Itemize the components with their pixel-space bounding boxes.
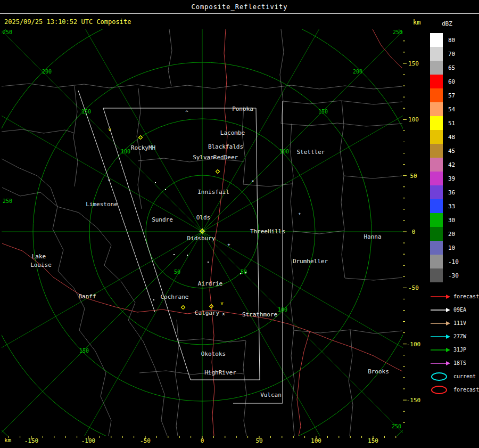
legend-item: 27ZW (430, 330, 479, 343)
bottom-axis-tick-label: 150 (368, 437, 378, 444)
bottom-axis-tick-label: -50 (140, 437, 151, 444)
city-label: Calgary (195, 309, 220, 316)
colorbar-swatch (430, 268, 443, 282)
range-ring-label: 250 (393, 29, 402, 35)
range-ring-label: 50 (241, 269, 247, 275)
city-label: Ponoka (232, 105, 253, 112)
bottom-axis-tick-label: 0 (201, 437, 204, 444)
colorbar-entry: 70 (430, 47, 459, 61)
right-axis-tick-label: 50 (410, 173, 417, 180)
timestamp-label: 2025/09/25 13:10:52 UTC Composite (4, 18, 131, 26)
legend-item: forecast (430, 290, 479, 303)
city-label: Louise (30, 262, 52, 268)
v-marker: v (220, 300, 223, 306)
colorbar-entry: 54 (430, 102, 459, 116)
range-ring-label: 250 (3, 198, 12, 204)
town-dot-marker (174, 254, 175, 255)
colorbar-entry: 42 (430, 158, 459, 172)
city-label: Airdrie (198, 280, 222, 287)
legend-arrow-icon (430, 332, 451, 341)
colorbar-value: 54 (448, 106, 455, 113)
colorbar-value: 45 (448, 148, 455, 154)
plus-marker: + (227, 242, 230, 247)
colorbar-value: 30 (448, 217, 455, 224)
colorbar-swatch (430, 185, 443, 199)
range-ring-label: 150 (79, 348, 89, 354)
legend-arrow-icon (430, 292, 451, 302)
colorbar-swatch (430, 227, 443, 241)
city-label: Hanna (364, 233, 381, 240)
legend-label: 31JP (453, 347, 466, 353)
town-dot-marker (153, 299, 154, 300)
colorbar-entry: 48 (430, 130, 459, 144)
colorbar-swatch (430, 144, 443, 158)
range-ring-label: 150 (81, 109, 91, 115)
colorbar-entry: 51 (430, 116, 459, 130)
colorbar-value: 65 (448, 64, 455, 71)
right-axis-unit-label: km (413, 19, 420, 26)
town-dot-marker (208, 262, 209, 263)
city-label: Blackfalds (208, 143, 243, 150)
city-diamond-marker (216, 170, 220, 174)
range-ring-label: 150 (318, 109, 328, 115)
city-label: ThreeHills (250, 228, 285, 235)
city-label: Didsbury (187, 235, 216, 242)
legend-item: forecast (430, 383, 479, 396)
right-axis-tick-label: 150 (408, 60, 419, 67)
legend-label: forecast (453, 294, 479, 299)
range-ring (0, 0, 479, 448)
radar-map[interactable]: 2502001501001001502002502501505050100250… (0, 0, 479, 448)
colorbar-entry: 65 (430, 61, 459, 75)
star-marker: * (108, 178, 110, 184)
legend-item: 09EA (430, 303, 479, 316)
legend-item: current (430, 370, 479, 383)
range-ring-label: 100 (278, 307, 287, 313)
city-labels: PonokaLacombeBlackfaldsSylvanRedDeerStet… (30, 105, 389, 398)
legend-arrow-icon (430, 305, 451, 315)
city-label: Lacombe (220, 129, 245, 136)
legend-arrow-icon (430, 359, 451, 368)
colorbar-entry: 39 (430, 172, 459, 185)
colorbar-value: 36 (448, 189, 455, 196)
city-label: HighRiver (204, 369, 236, 376)
town-dot-marker (187, 255, 188, 256)
colorbar-swatch (430, 158, 443, 172)
legend-arrow-icon (430, 345, 451, 355)
legend-ellipse-icon (430, 372, 451, 381)
city-label: Banff (78, 293, 96, 300)
range-ring-label: 100 (121, 149, 130, 154)
city-diamond-marker (181, 306, 185, 309)
city-label: Sundre (152, 216, 173, 223)
x-marker: x (222, 311, 225, 316)
city-label: Vulcan (260, 392, 282, 398)
colorbar-swatch (430, 33, 443, 47)
bottom-axis-tick-label: -100 (81, 437, 96, 444)
colorbar-swatch (430, 61, 443, 75)
colorbar-entry: 80 (430, 33, 459, 47)
colorbar-entry: 60 (430, 75, 459, 88)
right-axis-tick-label: 100 (408, 116, 419, 123)
bottom-axis-tick-label: 100 (311, 437, 321, 444)
city-label: Brooks (368, 368, 389, 375)
colorbar-value: 39 (448, 175, 455, 182)
colorbar-entry: -30 (430, 268, 459, 282)
range-ring-label: 50 (174, 269, 180, 275)
bottom-axis-unit-label: km (4, 437, 11, 444)
range-ring-label: 200 (42, 69, 52, 75)
legend-label: 09EA (453, 307, 466, 313)
azimuth-spokes (0, 0, 479, 448)
right-axis-tick-label: -50 (408, 284, 419, 291)
v-marker: v (108, 127, 111, 132)
town-dot-marker (155, 182, 156, 183)
colorbar-swatch (430, 255, 443, 268)
legend-label: 18TS (453, 360, 466, 366)
star-marker: * (251, 180, 254, 185)
legend-ellipse-icon (430, 385, 451, 395)
town-dot-marker (240, 273, 241, 274)
city-label: Strathmore (242, 311, 277, 318)
colorbar-value: 10 (448, 245, 455, 251)
range-ring-label: 250 (3, 29, 12, 35)
colorbar-swatch (430, 116, 443, 130)
colorbar-value: 51 (448, 120, 455, 127)
bottom-axis-tick-label: -150 (24, 437, 39, 444)
